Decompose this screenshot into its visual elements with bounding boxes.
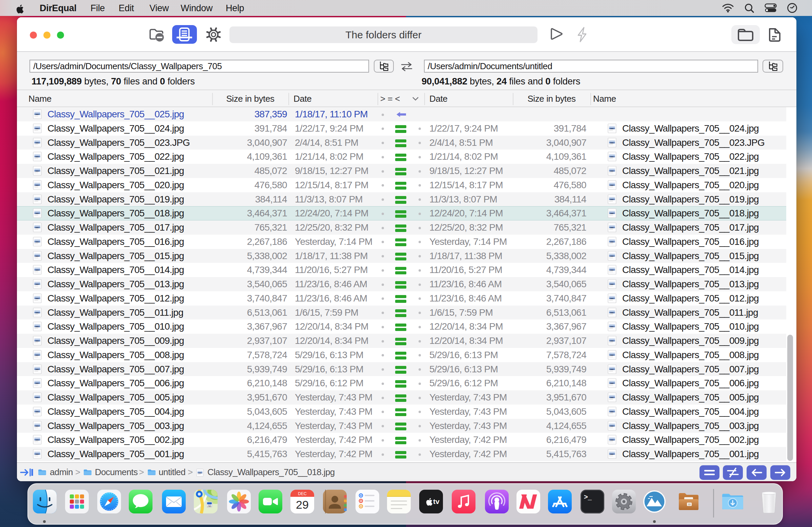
- svg-text:tv: tv: [433, 498, 439, 505]
- svg-text:>_: >_: [584, 493, 592, 501]
- svg-text:DEC: DEC: [298, 492, 307, 496]
- svg-text:280: 280: [207, 504, 212, 508]
- svg-text:29: 29: [296, 498, 309, 511]
